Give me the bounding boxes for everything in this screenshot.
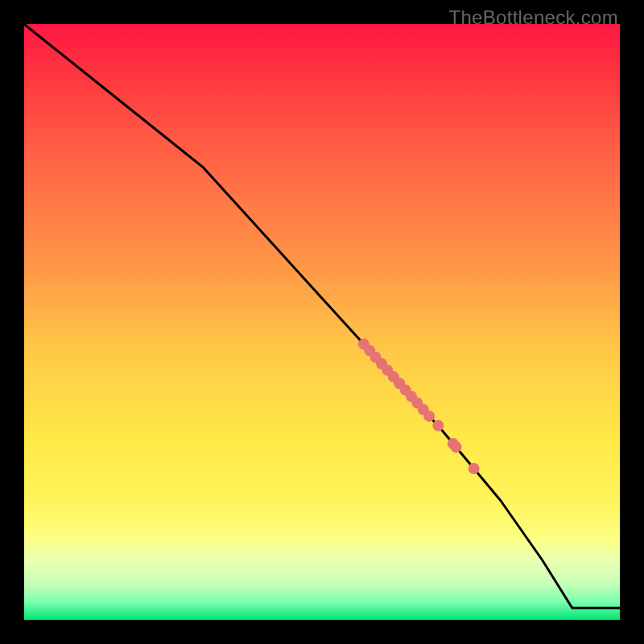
marker-dot <box>469 463 480 474</box>
curve-line <box>24 24 620 608</box>
marker-dot <box>451 441 462 452</box>
marker-dot <box>423 411 435 422</box>
chart-svg <box>24 24 620 620</box>
outer-frame: TheBottleneck.com <box>0 0 644 644</box>
marker-dot <box>432 420 444 431</box>
plot-area <box>24 24 620 620</box>
watermark-text: TheBottleneck.com <box>448 6 618 29</box>
